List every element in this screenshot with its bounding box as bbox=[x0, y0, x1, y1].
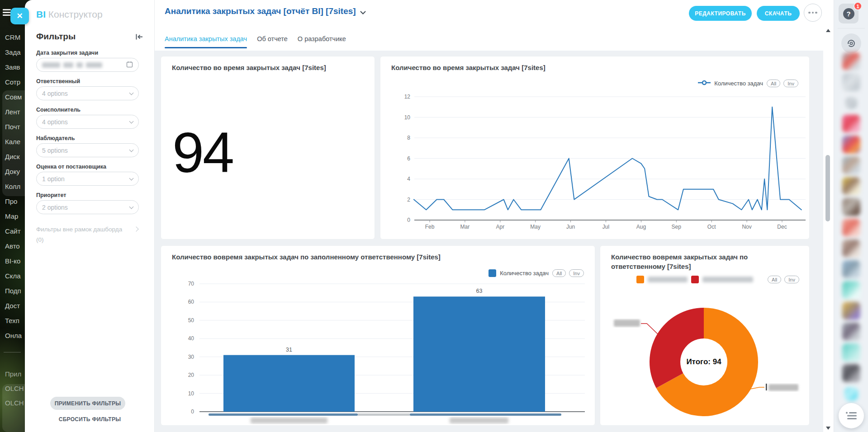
app-icon[interactable] bbox=[842, 281, 860, 299]
download-button[interactable]: СКАЧАТЬ bbox=[757, 6, 800, 21]
sidebar-item-6[interactable]: Почт bbox=[5, 123, 20, 131]
app-icon[interactable] bbox=[842, 115, 860, 133]
svg-text:Oct: Oct bbox=[707, 224, 716, 230]
sidebar-item-5[interactable]: Лент bbox=[5, 108, 20, 116]
filter-select-value: 1 option bbox=[42, 175, 65, 183]
sidebar-item-10[interactable]: Колл bbox=[5, 183, 20, 190]
sidebar-item-16[interactable]: Скла bbox=[5, 272, 21, 280]
filter-select[interactable]: 4 options bbox=[36, 86, 139, 100]
sidebar-item-11[interactable]: Про bbox=[5, 197, 17, 205]
app-icon[interactable] bbox=[842, 156, 860, 174]
more-actions-button[interactable] bbox=[804, 4, 822, 22]
date-filter-input[interactable] bbox=[36, 58, 139, 72]
sidebar-item-0[interactable]: CRM bbox=[5, 33, 20, 41]
app-icon[interactable] bbox=[842, 73, 860, 91]
sidebar-item-3[interactable]: Сотр bbox=[5, 78, 20, 86]
dashboard-content: Количество во время закрытых задач [7sit… bbox=[155, 51, 823, 432]
collapse-filters-icon[interactable] bbox=[135, 33, 143, 41]
sidebar-item-14[interactable]: Авто bbox=[5, 242, 20, 250]
svg-text:70: 70 bbox=[188, 281, 194, 287]
close-panel-button[interactable]: ✕ bbox=[10, 8, 29, 24]
svg-text:Jun: Jun bbox=[566, 224, 575, 230]
scrollbar-thumb[interactable] bbox=[825, 155, 830, 221]
app-icon[interactable] bbox=[842, 239, 860, 258]
filter-label: Дата закрытия задачи bbox=[36, 50, 98, 56]
app-icon[interactable] bbox=[842, 260, 860, 278]
title-dropdown-icon[interactable] bbox=[360, 11, 366, 15]
app-icon[interactable] bbox=[842, 364, 860, 382]
svg-text:Dec: Dec bbox=[777, 224, 787, 230]
redacted-text bbox=[63, 62, 73, 68]
history-sync-button[interactable] bbox=[841, 33, 861, 53]
filter-select[interactable]: 2 options bbox=[36, 200, 139, 214]
app-icon[interactable] bbox=[842, 136, 860, 154]
sidebar-item-7[interactable]: Кале bbox=[5, 138, 20, 146]
filter-select[interactable]: 5 options bbox=[36, 143, 139, 157]
filter-select[interactable]: 4 options bbox=[36, 115, 139, 129]
sidebar-item-1[interactable]: Зада bbox=[5, 48, 21, 56]
svg-text:30: 30 bbox=[188, 354, 194, 360]
app-icon[interactable] bbox=[842, 198, 860, 216]
sidebar-item-23[interactable]: OLCH bbox=[5, 399, 24, 407]
legend-filter-inv[interactable]: Inv bbox=[783, 80, 798, 87]
app-icon[interactable] bbox=[842, 52, 860, 70]
menu-burger-icon[interactable] bbox=[3, 9, 11, 17]
apply-filters-button[interactable]: ПРИМЕНИТЬ ФИЛЬТРЫ bbox=[50, 397, 125, 410]
tab-0[interactable]: Аналитика закрытых задач bbox=[165, 35, 247, 48]
sidebar-item-18[interactable]: Дост bbox=[5, 302, 20, 310]
app-icon[interactable] bbox=[842, 302, 860, 320]
list-menu-button[interactable] bbox=[839, 403, 864, 428]
app-icon[interactable] bbox=[842, 323, 860, 341]
svg-text:Nov: Nov bbox=[742, 224, 751, 230]
filter-label: Ответственный bbox=[36, 78, 80, 85]
svg-text:12: 12 bbox=[404, 94, 411, 100]
sidebar-item-12[interactable]: Мар bbox=[5, 212, 18, 220]
chevron-down-icon bbox=[129, 90, 134, 95]
bi-constructor-logo: BI Конструктор bbox=[36, 9, 103, 20]
svg-text:Aug: Aug bbox=[636, 224, 646, 230]
legend-filter-all[interactable]: All bbox=[767, 80, 780, 87]
app-icon[interactable] bbox=[844, 387, 858, 401]
app-icon[interactable] bbox=[842, 177, 860, 195]
app-icon[interactable] bbox=[842, 343, 860, 362]
sidebar-item-8[interactable]: Диск bbox=[5, 153, 20, 160]
legend-series-name: Количество задач bbox=[714, 80, 763, 87]
report-tabs: Аналитика закрытых задачОб отчетеО разра… bbox=[165, 35, 356, 48]
sidebar-item-21[interactable]: Прил bbox=[5, 370, 21, 378]
menu-divider bbox=[4, 352, 21, 352]
svg-text:50: 50 bbox=[188, 317, 194, 324]
question-icon: ? bbox=[843, 8, 854, 19]
line-series-marker bbox=[698, 80, 711, 87]
svg-text:0: 0 bbox=[191, 409, 194, 415]
sidebar-item-13[interactable]: Сайт bbox=[5, 227, 21, 235]
sidebar-item-2[interactable]: Заяв bbox=[5, 63, 20, 71]
scroll-down-arrow[interactable] bbox=[826, 427, 830, 430]
filter-label: Наблюдатель bbox=[36, 135, 75, 141]
sidebar-item-17[interactable]: Подп bbox=[5, 287, 21, 295]
sidebar-item-19[interactable]: Техп bbox=[5, 317, 19, 324]
sidebar-item-20[interactable]: Онла bbox=[5, 332, 22, 339]
filter-select[interactable]: 1 option bbox=[36, 172, 139, 186]
svg-text:63: 63 bbox=[476, 288, 483, 294]
help-button[interactable]: ? 1 bbox=[839, 4, 859, 23]
reset-filters-button[interactable]: СБРОСИТЬ ФИЛЬТРЫ bbox=[25, 416, 155, 423]
app-icon[interactable] bbox=[842, 219, 860, 237]
tab-2[interactable]: О разработчике bbox=[298, 35, 346, 48]
page-title: Аналитика закрытых задач [отчёт BI] [7si… bbox=[165, 6, 356, 16]
tab-1[interactable]: Об отчете bbox=[257, 35, 288, 48]
edit-button[interactable]: РЕДАКТИРОВАТЬ bbox=[689, 6, 752, 21]
donut-chart-card: Количество вовремя закрытых задач по отв… bbox=[600, 245, 810, 426]
svg-text:2: 2 bbox=[407, 197, 410, 203]
sidebar-item-9[interactable]: Доку bbox=[5, 168, 20, 175]
scroll-up-arrow[interactable] bbox=[826, 29, 830, 32]
sidebar-item-15[interactable]: BI-ко bbox=[5, 257, 20, 265]
sidebar-item-4[interactable]: Совм bbox=[5, 93, 22, 101]
svg-text:60: 60 bbox=[188, 299, 194, 305]
sidebar-item-22[interactable]: OLCH bbox=[5, 385, 24, 392]
outer-filters-note[interactable]: Фильтры вне рамок дашборда(0) bbox=[36, 224, 140, 245]
app-icon[interactable] bbox=[845, 97, 857, 109]
bar-chart-card: Количество вовремя закрытых задач по зап… bbox=[161, 245, 595, 426]
redacted-text bbox=[86, 62, 102, 68]
main-scrollbar bbox=[823, 0, 834, 432]
redacted-text bbox=[42, 62, 60, 68]
